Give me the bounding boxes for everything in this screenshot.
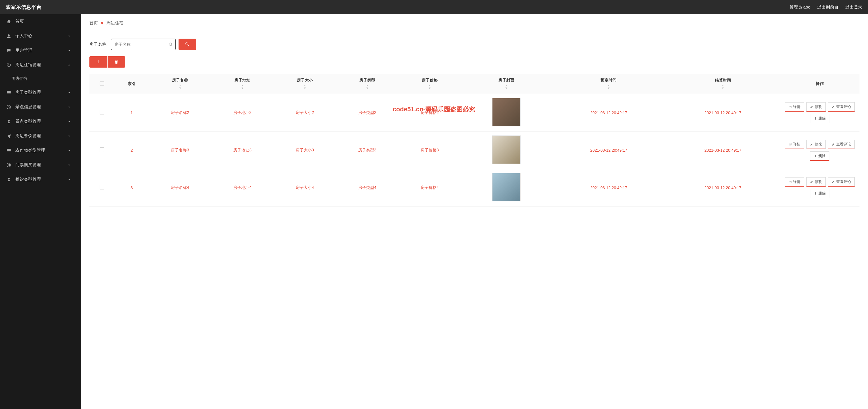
trash-icon bbox=[114, 60, 119, 64]
cell-index: 1 bbox=[114, 94, 149, 132]
chevron-down-icon bbox=[67, 134, 71, 138]
table-header[interactable]: 预定时间▲▼ bbox=[552, 74, 665, 94]
sidebar-subitem[interactable]: 周边住宿 bbox=[0, 72, 81, 85]
cell-addr: 房子地址4 bbox=[211, 169, 274, 206]
search-row: 房子名称 bbox=[89, 39, 860, 50]
view-comments-button[interactable]: 查看评论 bbox=[828, 102, 855, 112]
sort-icon: ▲▼ bbox=[401, 84, 459, 90]
cell-name: 房子名称4 bbox=[149, 169, 211, 206]
sort-icon: ▲▼ bbox=[554, 84, 663, 90]
search-button[interactable] bbox=[179, 39, 196, 50]
sidebar-item-10[interactable]: 餐饮类型管理 bbox=[0, 172, 81, 186]
cell-name: 房子名称3 bbox=[149, 132, 211, 169]
table-header[interactable]: 房子价格▲▼ bbox=[399, 74, 461, 94]
table-header[interactable]: 房子大小▲▼ bbox=[274, 74, 336, 94]
sort-icon: ▲▼ bbox=[151, 84, 209, 90]
target-icon bbox=[6, 163, 11, 168]
sort-icon: ▲▼ bbox=[276, 84, 334, 90]
sidebar-item-label: 农作物类型管理 bbox=[15, 148, 45, 153]
cell-name: 房子名称2 bbox=[149, 94, 211, 132]
action-row: + bbox=[89, 56, 860, 67]
cell-addr: 房子地址3 bbox=[211, 132, 274, 169]
sidebar-item-4[interactable]: 房子类型管理 bbox=[0, 85, 81, 100]
detail-button[interactable]: 详情 bbox=[785, 177, 804, 186]
delete-batch-button[interactable] bbox=[107, 56, 125, 67]
delete-button[interactable]: 删除 bbox=[810, 151, 829, 161]
row-checkbox[interactable] bbox=[100, 185, 104, 189]
edit-button[interactable]: 修改 bbox=[806, 177, 826, 186]
sidebar-item-3[interactable]: 周边住宿管理 bbox=[0, 58, 81, 72]
msg-icon bbox=[6, 48, 11, 53]
detail-button[interactable]: 详情 bbox=[785, 102, 804, 112]
sidebar-item-6[interactable]: 景点类型管理 bbox=[0, 114, 81, 129]
chevron-down-icon bbox=[67, 49, 71, 53]
svg-point-1 bbox=[7, 163, 11, 167]
chevron-up-icon bbox=[67, 63, 71, 67]
thumbnail-image[interactable] bbox=[492, 98, 521, 126]
sort-icon: ▲▼ bbox=[463, 84, 550, 90]
search-label: 房子名称 bbox=[89, 42, 106, 47]
cell-ops: 详情修改查看评论删除 bbox=[780, 169, 860, 206]
sidebar-item-2[interactable]: 用户管理 bbox=[0, 43, 81, 58]
detail-button[interactable]: 详情 bbox=[785, 140, 804, 149]
delete-button[interactable]: 删除 bbox=[810, 114, 829, 123]
cell-size: 房子大小3 bbox=[274, 132, 336, 169]
sort-icon: ▲▼ bbox=[213, 84, 271, 90]
cell-settle-time: 2021-03-12 20:49:17 bbox=[666, 169, 780, 206]
cell-cover bbox=[461, 94, 552, 132]
edit-button[interactable]: 修改 bbox=[806, 102, 826, 112]
logout-link[interactable]: 退出登录 bbox=[845, 4, 862, 10]
cell-size: 房子大小2 bbox=[274, 94, 336, 132]
sidebar-item-0[interactable]: 首页 bbox=[0, 14, 81, 29]
sidebar-item-7[interactable]: 周边餐饮管理 bbox=[0, 129, 81, 143]
sidebar-item-8[interactable]: 农作物类型管理 bbox=[0, 143, 81, 158]
search-input[interactable] bbox=[111, 39, 176, 50]
admin-label[interactable]: 管理员 abo bbox=[789, 4, 810, 10]
breadcrumb-home[interactable]: 首页 bbox=[89, 21, 98, 26]
sidebar-item-1[interactable]: 个人中心 bbox=[0, 29, 81, 43]
table-header[interactable]: 房子封面▲▼ bbox=[461, 74, 552, 94]
sidebar-item-label: 周边餐饮管理 bbox=[15, 133, 41, 139]
sort-icon: ▲▼ bbox=[668, 84, 778, 90]
table-header[interactable]: 房子类型▲▼ bbox=[336, 74, 399, 94]
table-header: 索引 bbox=[114, 74, 149, 94]
row-checkbox[interactable] bbox=[100, 110, 104, 114]
table-header: 操作 bbox=[780, 74, 860, 94]
chevron-down-icon bbox=[67, 163, 71, 167]
cell-price: 房子价格3 bbox=[399, 132, 461, 169]
table-row: 2房子名称3房子地址3房子大小3房子类型3房子价格32021-03-12 20:… bbox=[89, 132, 860, 169]
thumbnail-image[interactable] bbox=[492, 136, 521, 164]
row-checkbox[interactable] bbox=[100, 147, 104, 152]
sidebar-item-9[interactable]: 门票购买管理 bbox=[0, 158, 81, 172]
sort-icon: ▲▼ bbox=[338, 84, 396, 90]
svg-point-3 bbox=[169, 43, 172, 46]
svg-line-4 bbox=[172, 45, 172, 46]
search-icon bbox=[168, 42, 173, 47]
edit-button[interactable]: 修改 bbox=[806, 140, 826, 149]
view-comments-button[interactable]: 查看评论 bbox=[828, 177, 855, 186]
heart-icon: ♥ bbox=[101, 21, 103, 26]
send-icon bbox=[6, 134, 11, 139]
add-button[interactable]: + bbox=[89, 56, 107, 67]
sidebar-item-5[interactable]: 景点信息管理 bbox=[0, 100, 81, 114]
delete-button[interactable]: 删除 bbox=[810, 189, 829, 198]
main-content: 首页 ♥ 周边住宿 房子名称 + 索引房子名称▲▼房子地址▲▼房子大小▲▼房子类… bbox=[81, 14, 868, 409]
checkbox-all[interactable] bbox=[100, 81, 104, 86]
monitor-icon bbox=[6, 148, 11, 153]
breadcrumb-current: 周边住宿 bbox=[106, 21, 123, 26]
table-header[interactable]: 房子名称▲▼ bbox=[149, 74, 211, 94]
table-header[interactable]: 结算时间▲▼ bbox=[666, 74, 780, 94]
sidebar-item-label: 首页 bbox=[15, 19, 24, 24]
topbar-right: 管理员 abo 退出到前台 退出登录 bbox=[789, 4, 862, 10]
thumbnail-image[interactable] bbox=[492, 173, 521, 201]
table-header[interactable]: 房子地址▲▼ bbox=[211, 74, 274, 94]
cell-ops: 详情修改查看评论删除 bbox=[780, 132, 860, 169]
view-comments-button[interactable]: 查看评论 bbox=[828, 140, 855, 149]
chevron-down-icon bbox=[67, 105, 71, 109]
cell-settle-time: 2021-03-12 20:49:17 bbox=[666, 132, 780, 169]
cell-cover bbox=[461, 132, 552, 169]
search-icon bbox=[185, 42, 190, 47]
sidebar-item-label: 用户管理 bbox=[15, 48, 32, 53]
sidebar-item-label: 房子类型管理 bbox=[15, 90, 41, 95]
exit-front-link[interactable]: 退出到前台 bbox=[817, 4, 838, 10]
